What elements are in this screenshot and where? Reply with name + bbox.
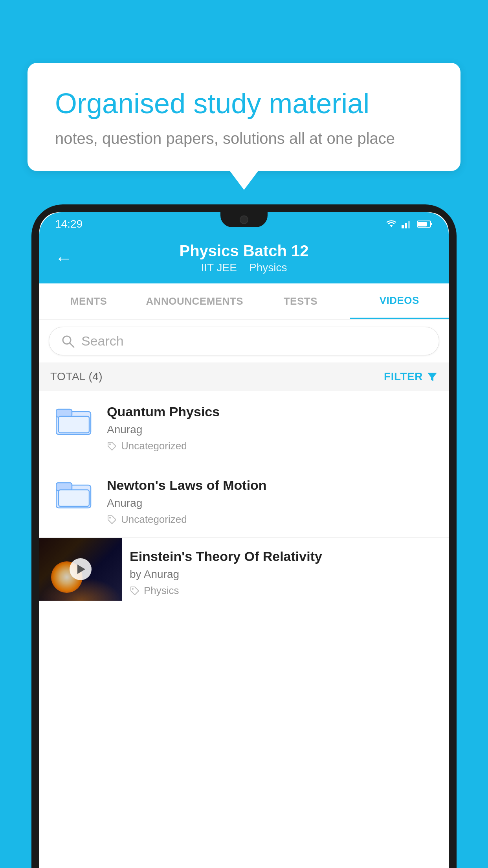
tab-videos[interactable]: VIDEOS — [350, 283, 449, 319]
list-item[interactable]: Einstein's Theory Of Relativity by Anura… — [39, 538, 449, 608]
video-tag-1: Uncategorized — [107, 440, 438, 452]
svg-rect-6 — [418, 222, 427, 226]
svg-rect-2 — [405, 223, 407, 228]
app-header: ← Physics Batch 12 IIT JEE Physics — [39, 234, 449, 283]
video-thumbnail-3 — [39, 538, 122, 601]
video-thumb-2 — [50, 476, 97, 511]
tab-ments[interactable]: MENTS — [39, 284, 138, 318]
tag-icon — [130, 586, 140, 596]
filter-label: FILTER — [384, 370, 423, 383]
header-title-block: Physics Batch 12 IIT JEE Physics — [84, 242, 404, 274]
thumb-glow — [39, 577, 122, 601]
wifi-icon — [385, 219, 398, 229]
video-tag-label-3: Physics — [144, 585, 179, 597]
tag-icon — [107, 515, 117, 525]
speech-bubble-subtitle: notes, question papers, solutions all at… — [55, 130, 433, 147]
header-subtitle: IIT JEE Physics — [84, 261, 404, 274]
svg-point-13 — [109, 443, 111, 445]
phone-camera — [240, 215, 248, 224]
phone-inner: 14:29 — [39, 212, 449, 868]
folder-icon — [56, 405, 92, 436]
folder-icon — [56, 478, 92, 509]
speech-bubble: Organised study material notes, question… — [28, 63, 460, 171]
filter-button[interactable]: FILTER — [384, 370, 438, 383]
total-count: TOTAL (4) — [50, 370, 103, 383]
video-list: Quantum Physics Anurag Uncategorized — [39, 391, 449, 608]
video-tag-label-2: Uncategorized — [121, 513, 187, 526]
list-item[interactable]: Quantum Physics Anurag Uncategorized — [39, 391, 449, 464]
video-tag-label-1: Uncategorized — [121, 440, 187, 452]
search-container: Search — [39, 320, 449, 362]
svg-rect-5 — [431, 223, 432, 225]
play-button[interactable] — [70, 558, 92, 580]
search-input[interactable]: Search — [81, 333, 124, 349]
video-title-3: Einstein's Theory Of Relativity — [130, 549, 441, 564]
video-author-1: Anurag — [107, 423, 438, 436]
status-icons — [385, 219, 433, 229]
status-bar: 14:29 — [39, 212, 449, 234]
svg-rect-12 — [59, 416, 89, 433]
speech-bubble-arrow — [230, 171, 258, 190]
phone-notch — [220, 212, 268, 227]
tag-icon — [107, 441, 117, 451]
video-author-2: Anurag — [107, 497, 438, 509]
video-author-3: by Anurag — [130, 568, 441, 581]
list-item[interactable]: Newton's Laws of Motion Anurag Uncategor… — [39, 464, 449, 538]
play-triangle-icon — [77, 565, 85, 574]
svg-marker-9 — [427, 373, 437, 381]
svg-marker-0 — [390, 225, 393, 227]
phone-outer: 14:29 — [31, 204, 457, 868]
phone-wrapper: 14:29 — [31, 204, 457, 868]
video-thumb-1 — [50, 403, 97, 438]
video-tag-2: Uncategorized — [107, 513, 438, 526]
header-title: Physics Batch 12 — [84, 242, 404, 260]
filter-bar: TOTAL (4) FILTER — [39, 362, 449, 391]
phone-screen: 14:29 — [39, 212, 449, 868]
speech-bubble-title: Organised study material — [55, 86, 433, 120]
video-info-2: Newton's Laws of Motion Anurag Uncategor… — [107, 476, 438, 526]
header-subtitle-part1: IIT JEE — [201, 261, 237, 274]
filter-funnel-icon — [427, 371, 438, 382]
video-info-3: Einstein's Theory Of Relativity by Anura… — [122, 538, 449, 608]
video-tag-3: Physics — [130, 585, 441, 597]
svg-point-18 — [132, 588, 134, 590]
tabs-bar: MENTS ANNOUNCEMENTS TESTS VIDEOS — [39, 283, 449, 320]
svg-line-8 — [70, 343, 74, 347]
tab-tests[interactable]: TESTS — [251, 284, 350, 318]
search-icon — [61, 334, 75, 348]
svg-rect-3 — [408, 221, 410, 228]
video-title-2: Newton's Laws of Motion — [107, 478, 438, 493]
status-time: 14:29 — [55, 218, 83, 230]
back-button[interactable]: ← — [55, 248, 72, 268]
speech-bubble-container: Organised study material notes, question… — [28, 63, 460, 190]
battery-icon — [417, 220, 433, 228]
header-subtitle-part2: Physics — [249, 261, 287, 274]
svg-point-17 — [109, 517, 111, 519]
video-info-1: Quantum Physics Anurag Uncategorized — [107, 403, 438, 452]
search-input-wrapper[interactable]: Search — [49, 327, 439, 355]
signal-icon — [402, 220, 413, 228]
video-title-1: Quantum Physics — [107, 404, 438, 419]
svg-rect-1 — [402, 225, 404, 228]
tab-announcements[interactable]: ANNOUNCEMENTS — [138, 284, 251, 318]
svg-rect-16 — [59, 490, 89, 506]
